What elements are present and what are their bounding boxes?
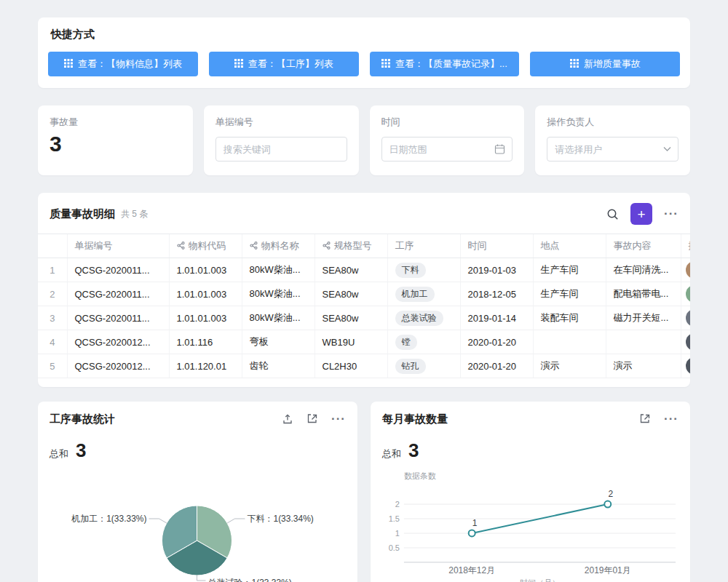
pie-chart-title: 工序事故统计 [50, 412, 115, 426]
open-in-new-icon[interactable] [306, 413, 318, 425]
add-record-button[interactable]: + [630, 203, 652, 225]
cell-time[interactable]: 2019-01-14 [460, 306, 533, 330]
svg-text:总装试验：1(33.33%): 总装试验：1(33.33%) [207, 578, 292, 582]
relation-icon [323, 241, 331, 252]
col-process[interactable]: 工序 [387, 234, 460, 258]
operator-select[interactable] [547, 137, 678, 162]
cell-process[interactable]: 钻孔 [387, 354, 460, 378]
cell-owner[interactable] [681, 330, 690, 354]
line-total-value: 3 [408, 439, 419, 462]
cell-code[interactable]: 1.01.01.003 [169, 258, 242, 282]
pie-total-value: 3 [76, 439, 86, 462]
cell-name[interactable]: 齿轮 [242, 354, 314, 378]
cell-spec[interactable]: CL2H30 [314, 354, 387, 378]
pie-chart-more-menu[interactable]: ··· [331, 412, 346, 426]
table-header-row: 单据编号 物料代码 物料名称 规格型号 工序 时间 地点 事故内容 操作负责人 [38, 234, 690, 258]
col-owner[interactable]: 操作负责人 [681, 234, 690, 258]
cell-spec[interactable]: SEA80w [314, 306, 387, 330]
cell-content[interactable]: 磁力开关短... [606, 306, 681, 330]
cell-spec[interactable]: SEA80w [314, 258, 387, 282]
cell-time[interactable]: 2020-01-20 [460, 330, 533, 354]
col-time[interactable]: 时间 [460, 234, 533, 258]
table-more-menu[interactable]: ··· [664, 207, 678, 221]
cell-content[interactable]: 在车间清洗... [606, 258, 681, 282]
calendar-icon[interactable] [494, 144, 505, 155]
cell-process[interactable]: 总装试验 [387, 306, 460, 330]
col-place[interactable]: 地点 [533, 234, 606, 258]
col-spec-model[interactable]: 规格型号 [314, 234, 387, 258]
cell-doc[interactable]: QCSG-2020012... [67, 330, 169, 354]
col-material-name[interactable]: 物料名称 [242, 234, 314, 258]
table-row[interactable]: 2 QCSG-2020011... 1.01.01.003 80kW柴油... … [38, 282, 690, 306]
row-number-header [38, 234, 67, 258]
cell-time[interactable]: 2018-12-05 [460, 282, 533, 306]
search-icon[interactable] [606, 208, 619, 220]
cell-place[interactable]: 生产车间 [533, 282, 606, 306]
table-row[interactable]: 5 QCSG-2020012... 1.01.120.01 齿轮 CL2H30 … [38, 354, 690, 378]
doc-number-label: 单据编号 [215, 116, 347, 129]
cell-name[interactable]: 80kW柴油... [242, 258, 314, 282]
cell-doc[interactable]: QCSG-2020011... [67, 306, 169, 330]
cell-content[interactable]: 演示 [606, 354, 681, 378]
cell-place[interactable]: 演示 [533, 354, 606, 378]
cell-code[interactable]: 1.01.01.003 [169, 282, 242, 306]
cell-owner[interactable] [681, 306, 690, 330]
svg-text:2019年01月: 2019年01月 [585, 565, 631, 575]
cell-place[interactable] [533, 330, 606, 354]
date-range-input[interactable] [381, 137, 513, 162]
table-row[interactable]: 3 QCSG-2020011... 1.01.01.003 80kW柴油... … [38, 306, 690, 330]
cell-place[interactable]: 装配车间 [533, 306, 606, 330]
cell-name[interactable]: 80kW柴油... [242, 282, 314, 306]
cell-content[interactable]: 配电箱带电... [606, 282, 681, 306]
open-in-new-icon[interactable] [639, 413, 651, 425]
cell-place[interactable]: 生产车间 [533, 258, 606, 282]
shortcut-view-process-list-button[interactable]: 查看：【工序】列表 [209, 52, 359, 76]
cell-doc[interactable]: QCSG-2020011... [67, 282, 169, 306]
cell-name[interactable]: 80kW柴油... [242, 306, 314, 330]
shortcut-button-row: 查看：【物料信息】列表 查看：【工序】列表 查看：【质量事故记录】... 新增质… [48, 52, 680, 76]
col-content[interactable]: 事故内容 [606, 234, 681, 258]
svg-text:2: 2 [395, 500, 400, 509]
cell-process[interactable]: 镗 [387, 330, 460, 354]
doc-number-search-input[interactable] [215, 137, 347, 162]
process-pie-chart[interactable]: 下料：1(33.34%)总装试验：1(33.33%)机加工：1(33.33%) [38, 464, 357, 582]
svg-text:1: 1 [472, 518, 478, 528]
cell-owner[interactable] [681, 258, 690, 282]
svg-text:2: 2 [608, 489, 613, 499]
cell-time[interactable]: 2019-01-03 [460, 258, 533, 282]
shortcut-new-accident-button[interactable]: 新增质量事故 [530, 52, 680, 76]
table-row[interactable]: 1 QCSG-2020011... 1.01.01.003 80kW柴油... … [38, 258, 690, 282]
cell-process[interactable]: 下料 [387, 258, 460, 282]
shortcut-view-accident-records-button[interactable]: 查看：【质量事故记录】... [370, 52, 520, 76]
col-material-code[interactable]: 物料代码 [169, 234, 242, 258]
chevron-down-icon[interactable] [663, 147, 671, 152]
shortcuts-card: 快捷方式 查看：【物料信息】列表 查看：【工序】列表 查看：【质量事故记录】..… [38, 17, 690, 88]
col-doc-number[interactable]: 单据编号 [67, 234, 169, 258]
doc-number-filter-card: 单据编号 [204, 105, 359, 175]
cell-owner[interactable] [681, 282, 690, 306]
ellipsis-icon: ··· [664, 207, 678, 221]
monthly-line-chart[interactable]: 0.511.52数据条数12018年12月22019年01月时间（月） [371, 464, 690, 582]
shortcut-view-material-list-button[interactable]: 查看：【物料信息】列表 [48, 52, 198, 76]
pie-total-label: 总和 [50, 447, 68, 461]
cell-code[interactable]: 1.01.120.01 [169, 354, 242, 378]
grid-icon [234, 59, 243, 70]
table-row[interactable]: 4 QCSG-2020012... 1.01.116 弯板 WB19U 镗 20… [38, 330, 690, 354]
cell-content[interactable] [606, 330, 681, 354]
export-icon[interactable] [282, 413, 293, 425]
shortcut-label: 查看：【工序】列表 [248, 57, 333, 71]
cell-doc[interactable]: QCSG-2020011... [67, 258, 169, 282]
cell-spec[interactable]: WB19U [314, 330, 387, 354]
cell-spec[interactable]: SEA80w [314, 282, 387, 306]
grid-icon [64, 59, 73, 70]
ellipsis-icon: ··· [664, 412, 678, 426]
cell-code[interactable]: 1.01.01.003 [169, 306, 242, 330]
line-chart-more-menu[interactable]: ··· [664, 412, 678, 426]
cell-process[interactable]: 机加工 [387, 282, 460, 306]
line-chart-title: 每月事故数量 [382, 412, 448, 426]
cell-time[interactable]: 2020-01-20 [460, 354, 533, 378]
cell-code[interactable]: 1.01.116 [169, 330, 242, 354]
cell-owner[interactable] [681, 354, 690, 378]
cell-name[interactable]: 弯板 [242, 330, 314, 354]
cell-doc[interactable]: QCSG-2020012... [67, 354, 169, 378]
